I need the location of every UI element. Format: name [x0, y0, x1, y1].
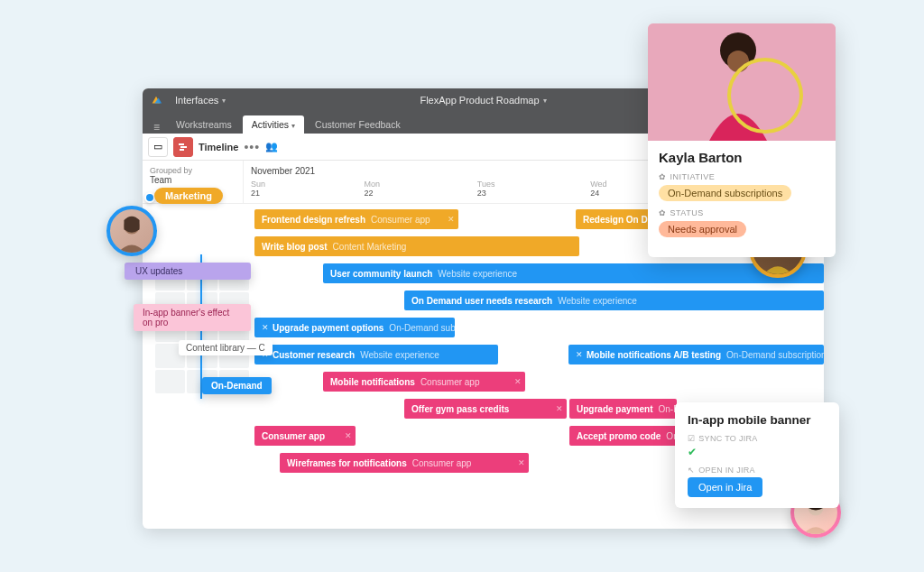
bar-subtitle: Consumer app: [371, 215, 430, 225]
bar-subtitle: Website experience: [360, 350, 439, 360]
avatar-left[interactable]: [106, 206, 157, 256]
bar-subtitle: Content Marketing: [333, 242, 407, 252]
sync-to-jira-label: ☑SYNC TO JIRA: [688, 434, 827, 443]
timeline-bar[interactable]: Frontend design refreshConsumer app✕: [254, 209, 458, 229]
day-column: Tues23: [477, 180, 590, 198]
close-icon[interactable]: ✕: [514, 377, 522, 386]
gear-icon: ✿: [659, 172, 667, 181]
chevron-down-icon: ▾: [222, 97, 226, 105]
open-in-jira-label: ↖OPEN IN JIRA: [688, 466, 827, 475]
svg-rect-2: [179, 143, 184, 145]
bar-title: Customer research: [273, 350, 355, 360]
profile-photo: [648, 23, 836, 141]
timeline-bar[interactable]: Wireframes for notificationsConsumer app…: [280, 453, 529, 473]
people-icon[interactable]: 👥: [265, 141, 278, 152]
cursor-icon: ↖: [688, 466, 695, 475]
bar-title: Mobile notifications: [330, 377, 415, 387]
bar-subtitle: On-Demand: [658, 404, 677, 414]
bar-title: Consumer app: [262, 431, 325, 441]
bar-subtitle: Consumer app: [420, 377, 480, 387]
initiative-pill[interactable]: On-Demand subscriptions: [659, 185, 791, 201]
svg-rect-3: [180, 146, 187, 148]
bar-subtitle: On-Demand subscriptions: [726, 350, 824, 360]
tab-workstreams[interactable]: Workstreams: [167, 115, 241, 134]
timeline-bar[interactable]: Write blog postContent Marketing: [254, 236, 579, 256]
profile-card: Kayla Barton ✿INITIATIVE On-Demand subsc…: [648, 23, 836, 257]
inapp-effect-chip[interactable]: In-app banner's effect on pro: [134, 304, 251, 331]
gear-icon: ✿: [659, 208, 667, 217]
timeline-bar[interactable]: ✕Customer researchWebsite experience: [254, 345, 498, 364]
bar-subtitle: Website experience: [438, 269, 517, 279]
chevron-down-icon: ▾: [291, 122, 295, 130]
sync-check-icon: ✔: [688, 446, 827, 458]
timeline-bar[interactable]: ✕Upgrade payment optionsOn-Demand subscr…: [254, 318, 455, 337]
bar-title: Frontend design refresh: [262, 215, 365, 225]
bar-subtitle: Consumer app: [412, 458, 472, 468]
lock-icon: ✕: [576, 350, 583, 359]
timeline-bar[interactable]: Offer gym pass credits✕: [404, 399, 567, 419]
close-icon[interactable]: ✕: [448, 215, 455, 224]
jira-title: In-app mobile banner: [688, 413, 827, 427]
bar-subtitle: Website experience: [558, 296, 637, 306]
more-menu-icon[interactable]: •••: [244, 140, 260, 154]
close-icon[interactable]: ✕: [518, 458, 525, 467]
svg-point-11: [727, 51, 749, 72]
open-in-jira-button[interactable]: Open in Jira: [688, 477, 762, 497]
svg-rect-4: [180, 149, 184, 151]
timeline-bar[interactable]: Accept promo codeOn-Demand: [569, 426, 677, 446]
timeline-bar[interactable]: On Demand user needs researchWebsite exp…: [404, 291, 824, 310]
timeline-bar[interactable]: Consumer app✕: [254, 426, 356, 446]
tab-customer-feedback[interactable]: Customer Feedback: [306, 115, 410, 134]
status-label: ✿STATUS: [659, 208, 825, 217]
content-library-chip[interactable]: Content library — C: [179, 340, 273, 355]
profile-name: Kayla Barton: [659, 150, 825, 165]
bar-title: On Demand user needs research: [411, 296, 552, 306]
sync-icon: ☑: [688, 434, 695, 443]
ux-updates-chip[interactable]: UX updates: [125, 263, 251, 280]
app-title[interactable]: FlexApp Product Roadmap ▾: [420, 95, 546, 106]
timeline-bar[interactable]: Upgrade paymentOn-Demand: [569, 399, 677, 419]
jira-card: In-app mobile banner ☑SYNC TO JIRA ✔ ↖OP…: [675, 402, 839, 508]
bar-title: Upgrade payment: [577, 404, 652, 414]
timeline-view-button[interactable]: [173, 137, 193, 157]
interfaces-dropdown[interactable]: Interfaces ▾: [170, 93, 231, 107]
day-column: Sun21: [251, 180, 364, 198]
status-pill[interactable]: Needs approval: [659, 221, 746, 237]
bar-subtitle: On-Demand subscriptions: [389, 323, 455, 333]
timeline-bar[interactable]: ✕Mobile notifications A/B testingOn-Dema…: [568, 345, 824, 364]
bar-title: User community launch: [330, 269, 432, 279]
menu-icon[interactable]: ≡: [146, 121, 167, 134]
close-icon[interactable]: ✕: [556, 404, 563, 413]
chevron-down-icon: ▾: [543, 97, 547, 105]
bar-title: Mobile notifications A/B testing: [587, 350, 721, 360]
profile-body: Kayla Barton ✿INITIATIVE On-Demand subsc…: [648, 141, 836, 257]
bar-title: Write blog post: [262, 242, 328, 252]
bar-title: Upgrade payment options: [273, 323, 383, 333]
day-column: Mon22: [364, 180, 476, 198]
close-icon[interactable]: ✕: [345, 431, 352, 440]
dropdown-label: Interfaces: [175, 95, 218, 106]
view-toggle-button[interactable]: ▭: [148, 137, 168, 157]
timeline-label: Timeline: [199, 142, 238, 152]
bar-title: Offer gym pass credits: [411, 404, 509, 414]
app-logo-icon: [148, 92, 164, 108]
timeline-bar[interactable]: Mobile notificationsConsumer app✕: [323, 372, 525, 392]
lock-icon: ✕: [262, 323, 269, 332]
tab-activities[interactable]: Activities▾: [243, 115, 304, 134]
bar-title: Accept promo code: [577, 431, 661, 441]
marketing-chip[interactable]: Marketing: [154, 188, 223, 204]
bar-title: Wireframes for notifications: [287, 458, 407, 468]
timeline-bar[interactable]: User community launchWebsite experience: [323, 263, 824, 283]
initiative-label: ✿INITIATIVE: [659, 172, 825, 181]
ondemand-chip[interactable]: On-Demand: [202, 377, 272, 394]
